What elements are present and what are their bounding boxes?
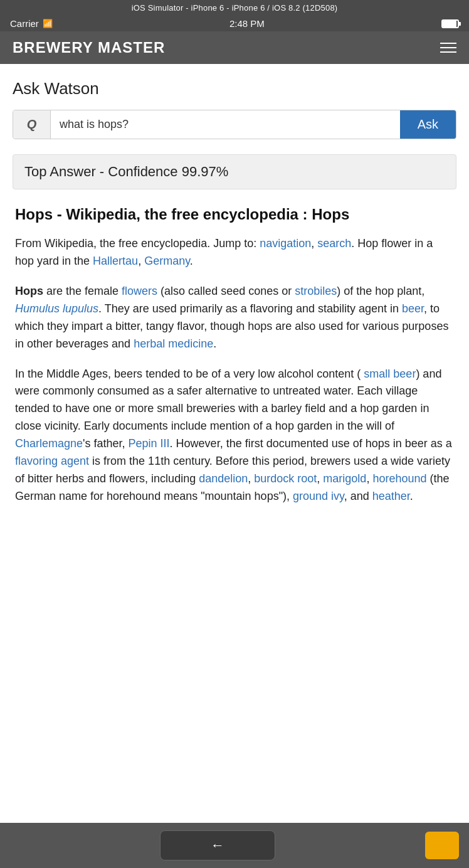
- answer-content: Hops - Wikipedia, the free encyclopedia …: [13, 204, 456, 505]
- page-title: Ask Watson: [13, 79, 456, 98]
- search-input[interactable]: [51, 110, 400, 139]
- link-hallertau[interactable]: Hallertau: [93, 255, 138, 267]
- link-beer[interactable]: beer: [402, 302, 424, 315]
- link-ground-ivy[interactable]: ground ivy: [293, 490, 344, 502]
- carrier-info: Carrier 📶: [10, 18, 53, 29]
- answer-paragraph-1: From Wikipedia, the free encyclopedia. J…: [15, 235, 454, 270]
- link-dandelion[interactable]: dandelion: [199, 472, 248, 485]
- yellow-action-button[interactable]: [425, 832, 459, 859]
- nav-bar: BREWERY MASTER: [0, 31, 469, 64]
- status-bar-text: iOS Simulator - iPhone 6 - iPhone 6 / iO…: [132, 3, 338, 13]
- search-bar: Q Ask: [13, 110, 456, 139]
- bottom-spacer: [13, 518, 456, 568]
- ask-button[interactable]: Ask: [400, 110, 456, 139]
- link-search[interactable]: search: [317, 237, 351, 250]
- bold-hops: Hops: [15, 285, 43, 297]
- search-icon-box: Q: [13, 110, 51, 139]
- answer-paragraph-3: In the Middle Ages, beers tended to be o…: [15, 366, 454, 505]
- link-charlemagne[interactable]: Charlemagne: [15, 437, 83, 450]
- hamburger-line-2: [440, 47, 456, 48]
- wifi-icon: 📶: [43, 19, 53, 28]
- carrier-row: Carrier 📶 2:48 PM: [0, 16, 469, 31]
- status-bar: iOS Simulator - iPhone 6 - iPhone 6 / iO…: [0, 0, 469, 16]
- menu-button[interactable]: [440, 43, 456, 53]
- back-arrow-icon: ←: [211, 837, 224, 854]
- hamburger-line-3: [440, 51, 456, 53]
- link-horehound[interactable]: horehound: [372, 472, 426, 485]
- carrier-name: Carrier: [10, 18, 39, 29]
- link-flavoring-agent[interactable]: flavoring agent: [15, 455, 89, 467]
- link-pepin-iii[interactable]: Pepin III: [129, 437, 170, 450]
- link-herbal-medicine[interactable]: herbal medicine: [134, 337, 213, 350]
- back-button-container: ←: [10, 830, 425, 860]
- answer-paragraph-2: Hops are the female flowers (also called…: [15, 283, 454, 353]
- link-flowers[interactable]: flowers: [122, 285, 157, 297]
- app-title: BREWERY MASTER: [13, 39, 165, 56]
- link-small-beer[interactable]: small beer: [364, 368, 416, 380]
- hamburger-line-1: [440, 43, 456, 44]
- bottom-toolbar: ←: [0, 823, 469, 868]
- battery-fill: [443, 21, 456, 27]
- link-navigation[interactable]: navigation: [260, 237, 311, 250]
- top-answer-bar: Top Answer - Confidence 99.97%: [13, 154, 456, 189]
- link-germany[interactable]: Germany: [144, 255, 190, 267]
- search-icon-label: Q: [27, 117, 37, 132]
- time-display: 2:48 PM: [229, 18, 265, 29]
- page-content: Ask Watson Q Ask Top Answer - Confidence…: [0, 64, 469, 568]
- answer-title: Hops - Wikipedia, the free encyclopedia …: [15, 204, 454, 224]
- link-strobiles[interactable]: strobiles: [295, 285, 337, 297]
- link-marigold[interactable]: marigold: [323, 472, 366, 485]
- top-answer-text: Top Answer - Confidence 99.97%: [24, 164, 228, 179]
- link-heather[interactable]: heather: [372, 490, 410, 502]
- link-humulus-lupulus[interactable]: Humulus lupulus: [15, 302, 98, 315]
- back-button[interactable]: ←: [160, 830, 275, 860]
- battery-icon: [441, 19, 459, 28]
- link-burdock-root[interactable]: burdock root: [254, 472, 317, 485]
